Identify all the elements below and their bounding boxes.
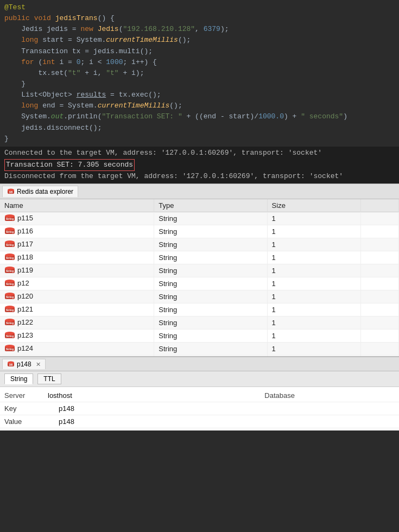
key-editor-tab-label: p148: [17, 360, 31, 368]
table-row[interactable]: String p12 String 1: [0, 277, 399, 290]
server-row: Server losthost Database: [0, 389, 399, 402]
redis-data-explorer-tab[interactable]: DB Redis data explorer: [2, 186, 78, 197]
server-label: Server: [4, 391, 48, 400]
svg-text:String: String: [6, 230, 14, 233]
svg-text:String: String: [6, 282, 14, 286]
cell-name: String p117: [0, 238, 154, 251]
tab-ttl[interactable]: TTL: [37, 373, 61, 384]
col-extra: [361, 199, 399, 212]
value-row: Value p148: [0, 415, 399, 428]
tab-string[interactable]: String: [4, 373, 33, 384]
console-line-transaction: Transaction SET: 7.305 seconds: [2, 159, 397, 172]
cell-type: String: [154, 343, 267, 356]
table-row[interactable]: String p123 String 1: [0, 330, 399, 343]
cell-name: String p119: [0, 264, 154, 277]
row-redis-icon: String: [4, 319, 15, 326]
cell-size: 1: [267, 343, 361, 356]
code-line-12: }: [0, 134, 399, 144]
cell-type: String: [154, 277, 267, 290]
cell-extra: [361, 290, 399, 303]
code-line-3: long start = System.currentTimeMillis();: [0, 35, 399, 46]
cell-size: 1: [267, 225, 361, 238]
cell-extra: [361, 225, 399, 238]
svg-text:String: String: [6, 269, 14, 273]
code-annotation: @Test: [0, 2, 399, 13]
table-row[interactable]: String p122 String 1: [0, 316, 399, 330]
row-redis-icon: String: [4, 306, 15, 313]
svg-text:String: String: [6, 321, 14, 325]
svg-text:DB: DB: [9, 363, 13, 366]
svg-text:String: String: [6, 256, 14, 259]
cell-extra: [361, 330, 399, 343]
cell-name: String p118: [0, 251, 154, 264]
cell-type: String: [154, 225, 267, 238]
redis-tab-bar: DB Redis data explorer: [0, 184, 399, 199]
code-line-9: long end = System.currentTimeMillis();: [0, 100, 399, 111]
cell-type: String: [154, 238, 267, 251]
row-redis-icon: String: [4, 227, 15, 235]
redis-icon: DB: [7, 188, 15, 195]
svg-text:String: String: [6, 347, 14, 351]
key-value: p148: [59, 404, 395, 413]
key-editor-tab-bar: DB p148 ✕: [0, 357, 399, 371]
cell-name: String p123: [0, 330, 154, 343]
code-line-7: }: [0, 79, 399, 90]
svg-text:String: String: [6, 217, 14, 220]
cell-type: String: [154, 290, 267, 303]
server-database-row: Server losthost Database: [4, 391, 395, 400]
table-row[interactable]: String p120 String 1: [0, 290, 399, 303]
cell-name: String p115: [0, 212, 154, 225]
cell-name: String p122: [0, 316, 154, 330]
server-col: Server losthost: [4, 391, 135, 400]
row-redis-icon: String: [4, 267, 15, 274]
code-line-11: jedis.disconnect();: [0, 123, 399, 134]
key-editor-body: String TTL Server losthost Database: [0, 371, 399, 430]
svg-text:String: String: [6, 334, 14, 338]
cell-size: 1: [267, 316, 361, 330]
table-row[interactable]: String p115 String 1: [0, 212, 399, 225]
table-row[interactable]: String p119 String 1: [0, 264, 399, 277]
cell-name: String p12: [0, 277, 154, 290]
key-editor-tab-p148[interactable]: DB p148 ✕: [2, 359, 46, 369]
row-redis-icon: String: [4, 332, 15, 339]
cell-extra: [361, 277, 399, 290]
cell-extra: [361, 316, 399, 330]
database-label: Database: [264, 391, 308, 400]
cell-size: 1: [267, 251, 361, 264]
console-output: Connected to the target VM, address: '12…: [0, 147, 399, 183]
table-row[interactable]: String p117 String 1: [0, 238, 399, 251]
cell-name: String p116: [0, 225, 154, 238]
cell-extra: [361, 264, 399, 277]
key-row: Key p148: [0, 402, 399, 415]
close-tab-icon[interactable]: ✕: [36, 361, 41, 368]
svg-text:String: String: [6, 243, 14, 246]
cell-size: 1: [267, 277, 361, 290]
row-redis-icon: String: [4, 280, 15, 287]
value-label: Value: [4, 417, 59, 426]
cell-extra: [361, 343, 399, 356]
key-properties: Server losthost Database Key p148 Value …: [0, 387, 399, 430]
redis-table-container[interactable]: Name Type Size String p115 Stri: [0, 199, 399, 357]
cell-size: 1: [267, 330, 361, 343]
key-editor-panel: DB p148 ✕ String TTL Server losthost Dat…: [0, 357, 399, 430]
row-redis-icon: String: [4, 240, 15, 248]
row-redis-icon: String: [4, 254, 15, 261]
redis-tab-label: Redis data explorer: [17, 188, 73, 195]
cell-name: String p124: [0, 343, 154, 356]
table-row[interactable]: String p121 String 1: [0, 303, 399, 316]
row-redis-icon: String: [4, 345, 15, 352]
table-row[interactable]: String p118 String 1: [0, 251, 399, 264]
svg-text:String: String: [6, 308, 14, 312]
cell-type: String: [154, 303, 267, 316]
key-label: Key: [4, 404, 59, 413]
table-row[interactable]: String p124 String 1: [0, 343, 399, 356]
code-line-2: Jedis jedis = new Jedis("192.168.210.128…: [0, 24, 399, 35]
table-row[interactable]: String p116 String 1: [0, 225, 399, 238]
cell-name: String p121: [0, 303, 154, 316]
cell-name: String p120: [0, 290, 154, 303]
cell-type: String: [154, 330, 267, 343]
redis-data-table: Name Type Size String p115 Stri: [0, 199, 399, 357]
code-editor: @Test public void jedisTrans() { Jedis j…: [0, 0, 399, 147]
row-redis-icon: String: [4, 293, 15, 300]
code-line-1: public void jedisTrans() {: [0, 13, 399, 24]
